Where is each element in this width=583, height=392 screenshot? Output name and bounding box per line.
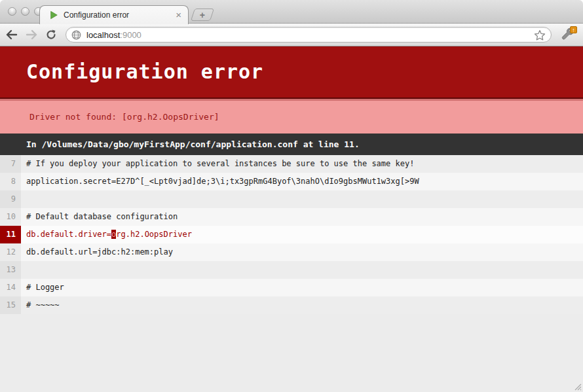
line-content xyxy=(21,261,583,279)
line-content xyxy=(21,190,583,208)
line-content: # ~~~~~ xyxy=(21,296,583,314)
new-tab-button[interactable]: + xyxy=(191,9,214,21)
code-line-8: 8 application.secret=E27D^[_<Lpt0vjad]de… xyxy=(0,173,583,190)
code-line-7: 7 # If you deploy your application to se… xyxy=(0,155,583,173)
tab-title: Configuration error xyxy=(64,10,174,20)
reload-button[interactable] xyxy=(43,27,59,43)
browser-window: Configuration error × + xyxy=(0,0,583,392)
code-line-14: 14 # Logger xyxy=(0,279,583,296)
code-listing: 7 # If you deploy your application to se… xyxy=(0,155,583,314)
line-number: 10 xyxy=(0,208,21,226)
line-number: 8 xyxy=(0,173,21,190)
line-content: db.default.url=jdbc:h2:mem:play xyxy=(21,243,583,261)
browser-toolbar: localhost:9000 ↑ xyxy=(0,24,583,46)
code-line-12: 12 db.default.url=jdbc:h2:mem:play xyxy=(0,243,583,261)
reload-icon xyxy=(45,29,57,41)
line-number: 13 xyxy=(0,261,21,279)
update-badge: ↑ xyxy=(570,26,577,33)
back-button[interactable] xyxy=(4,27,20,43)
url-port: :9000 xyxy=(120,30,141,40)
tab-close-icon[interactable]: × xyxy=(174,10,183,20)
line-content: # If you deploy your application to seve… xyxy=(21,155,583,173)
code-line-11-error: 11 db.default.driver=org.h2.OopsDriver xyxy=(0,226,583,243)
line-number: 11 xyxy=(0,226,21,243)
page-content: Configuration error Driver not found: [o… xyxy=(0,46,583,392)
code-line-13: 13 xyxy=(0,261,583,279)
url-host: localhost xyxy=(86,30,120,40)
error-message: Driver not found: [org.h2.OopsDriver] xyxy=(0,99,583,134)
browser-menu-button[interactable]: ↑ xyxy=(558,26,578,43)
line-number: 12 xyxy=(0,243,21,261)
tab-strip: Configuration error × + xyxy=(0,0,583,24)
back-arrow-icon xyxy=(5,29,18,40)
address-bar[interactable]: localhost:9000 xyxy=(66,27,552,43)
bookmark-star-icon[interactable] xyxy=(534,29,546,41)
line-content: # Logger xyxy=(21,279,583,296)
globe-icon xyxy=(71,30,81,40)
forward-arrow-icon xyxy=(25,29,38,40)
resize-grip[interactable] xyxy=(573,382,582,391)
window-close-button[interactable] xyxy=(8,7,16,16)
play-framework-icon xyxy=(49,10,58,20)
error-line-prefix: db.default.driver= xyxy=(26,230,111,239)
error-line-suffix: rg.h2.OopsDriver xyxy=(116,230,192,239)
code-line-10: 10 # Default database configuration xyxy=(0,208,583,226)
line-content: # Default database configuration xyxy=(21,208,583,226)
line-number: 14 xyxy=(0,279,21,296)
window-minimize-button[interactable] xyxy=(21,7,29,16)
page-title: Configuration error xyxy=(0,46,583,98)
forward-button[interactable] xyxy=(24,27,39,43)
tab-configuration-error[interactable]: Configuration error × xyxy=(39,5,189,24)
line-content: application.secret=E27D^[_<Lpt0vjad]de;3… xyxy=(21,173,583,190)
page-footer-area xyxy=(0,314,583,392)
plus-icon: + xyxy=(200,10,205,20)
line-content: db.default.driver=org.h2.OopsDriver xyxy=(21,226,583,243)
error-location: In /Volumes/Data/gbo/myFirstApp/conf/app… xyxy=(0,134,583,155)
line-number: 15 xyxy=(0,296,21,314)
line-number: 7 xyxy=(0,155,21,173)
code-line-15: 15 # ~~~~~ xyxy=(0,296,583,314)
code-line-9: 9 xyxy=(0,190,583,208)
line-number: 9 xyxy=(0,190,21,208)
